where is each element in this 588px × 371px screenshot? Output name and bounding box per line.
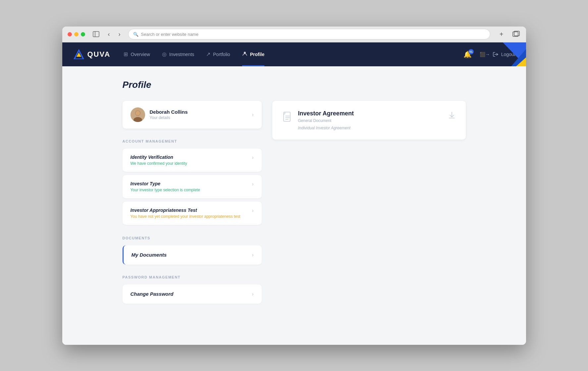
address-bar[interactable]: 🔍 Search or enter website name [128, 29, 490, 39]
navbar-nav: ⊞ Overview ◎ Investments ↗ Portfolio Pro… [124, 50, 463, 59]
appropriateness-test-item[interactable]: Investor Appropriateness Test You have n… [123, 202, 262, 225]
notification-badge: 01 [468, 49, 474, 54]
appropriateness-test-content: Investor Appropriateness Test You have n… [131, 208, 252, 219]
new-tab-button[interactable]: + [497, 30, 506, 39]
investor-agreement-panel: Investor Agreement General Document Indi… [272, 101, 466, 140]
minimize-dot[interactable] [74, 32, 79, 36]
address-text: Search or enter website name [141, 32, 198, 37]
identity-verification-item[interactable]: Identity Verification We have confirmed … [123, 149, 262, 172]
profile-name: Deborah Collins [150, 109, 188, 115]
nav-item-profile-label: Profile [250, 52, 265, 57]
investor-type-content: Investor Type Your investor type selecti… [131, 181, 252, 192]
navbar-right: 🔔 01 ⬛→ Logout [463, 50, 515, 58]
profile-nav-icon [242, 51, 247, 58]
identity-verification-content: Identity Verification We have confirmed … [131, 155, 252, 166]
overview-icon: ⊞ [124, 51, 128, 57]
tabs-button[interactable] [511, 30, 521, 39]
svg-rect-0 [93, 31, 99, 37]
profile-card[interactable]: Deborah Collins Your details › [123, 101, 262, 129]
my-documents-item[interactable]: My Documents › [123, 245, 262, 265]
back-button[interactable]: ‹ [104, 30, 114, 39]
profile-chevron-icon: › [252, 112, 253, 118]
svg-marker-11 [516, 57, 526, 66]
maximize-dot[interactable] [81, 32, 85, 36]
search-icon: 🔍 [133, 32, 138, 37]
nav-item-overview[interactable]: ⊞ Overview [124, 50, 150, 59]
svg-point-7 [244, 52, 246, 54]
nav-item-portfolio-label: Portfolio [213, 52, 230, 57]
change-password-title: Change Password [131, 291, 174, 297]
identity-verification-status: We have confirmed your identity [131, 161, 252, 166]
browser-window: ‹ › 🔍 Search or enter website name + [62, 27, 526, 345]
download-button[interactable] [449, 111, 455, 120]
password-management-label: PASSWORD MANAGEMENT [123, 275, 262, 279]
profile-details: Deborah Collins Your details [150, 109, 188, 120]
svg-point-15 [135, 111, 140, 115]
account-management-section: ACCOUNT MANAGEMENT Identity Verification… [123, 137, 262, 228]
nav-item-profile[interactable]: Profile [242, 50, 265, 59]
agreement-details: Investor Agreement General Document Indi… [298, 110, 354, 130]
documents-section: DOCUMENTS My Documents › [123, 233, 262, 265]
portfolio-icon: ↗ [206, 51, 210, 57]
forward-button[interactable]: › [115, 30, 124, 39]
investor-type-status: Your investor type selection is complete [131, 188, 252, 192]
nav-item-investments[interactable]: ◎ Investments [162, 50, 194, 59]
logout-icon: ⬛→ [480, 52, 490, 57]
appropriateness-test-title: Investor Appropriateness Test [131, 208, 252, 213]
sidebar-toggle-button[interactable] [92, 31, 100, 38]
appropriateness-chevron-icon: › [252, 208, 253, 214]
browser-titlebar: ‹ › 🔍 Search or enter website name + [62, 27, 526, 42]
svg-rect-16 [284, 112, 290, 121]
agreement-type: General Document [298, 118, 354, 123]
my-documents-title: My Documents [132, 252, 167, 258]
my-docs-chevron-icon: › [252, 252, 253, 258]
main-content: Profile [112, 66, 476, 317]
left-panel: Deborah Collins Your details › ACCOUNT M… [123, 101, 262, 304]
page-title: Profile [123, 80, 466, 90]
logout-button[interactable]: ⬛→ Logout [480, 51, 515, 57]
profile-info: Deborah Collins Your details [131, 107, 188, 122]
logout-arrow-icon [493, 51, 499, 57]
change-pwd-chevron-icon: › [252, 291, 253, 297]
logo-text: QUVA [87, 50, 111, 59]
appropriateness-test-status: You have not yet completed your investor… [131, 214, 252, 219]
logout-label: Logout [501, 52, 515, 57]
agreement-title: Investor Agreement [298, 110, 354, 117]
notification-button[interactable]: 🔔 01 [463, 50, 472, 58]
investor-type-title: Investor Type [131, 181, 252, 186]
password-section: PASSWORD MANAGEMENT Change Password › [123, 273, 262, 304]
identity-chevron-icon: › [252, 155, 253, 160]
app-wrapper: QUVA ⊞ Overview ◎ Investments ↗ Portfoli… [62, 42, 526, 345]
change-password-item[interactable]: Change Password › [123, 284, 262, 304]
document-icon [283, 111, 292, 124]
navbar: QUVA ⊞ Overview ◎ Investments ↗ Portfoli… [62, 42, 526, 66]
investor-type-item[interactable]: Investor Type Your investor type selecti… [123, 175, 262, 198]
browser-actions: + [497, 30, 521, 39]
profile-subtitle: Your details [150, 115, 188, 120]
navbar-logo[interactable]: QUVA [73, 48, 111, 60]
nav-item-portfolio[interactable]: ↗ Portfolio [206, 50, 230, 59]
investments-icon: ◎ [162, 51, 167, 57]
content-grid: Deborah Collins Your details › ACCOUNT M… [123, 101, 466, 304]
agreement-link[interactable]: Individual Investor Agreement [298, 126, 354, 130]
agreement-content: Investor Agreement General Document Indi… [283, 110, 354, 130]
avatar [131, 107, 145, 122]
browser-dots [68, 32, 85, 36]
nav-item-investments-label: Investments [169, 52, 194, 57]
identity-verification-title: Identity Verification [131, 155, 252, 160]
browser-nav: ‹ › [104, 30, 124, 39]
nav-item-overview-label: Overview [131, 52, 150, 57]
account-management-label: ACCOUNT MANAGEMENT [123, 139, 262, 143]
documents-label: DOCUMENTS [123, 236, 262, 240]
investor-type-chevron-icon: › [252, 181, 253, 187]
close-dot[interactable] [68, 32, 72, 36]
